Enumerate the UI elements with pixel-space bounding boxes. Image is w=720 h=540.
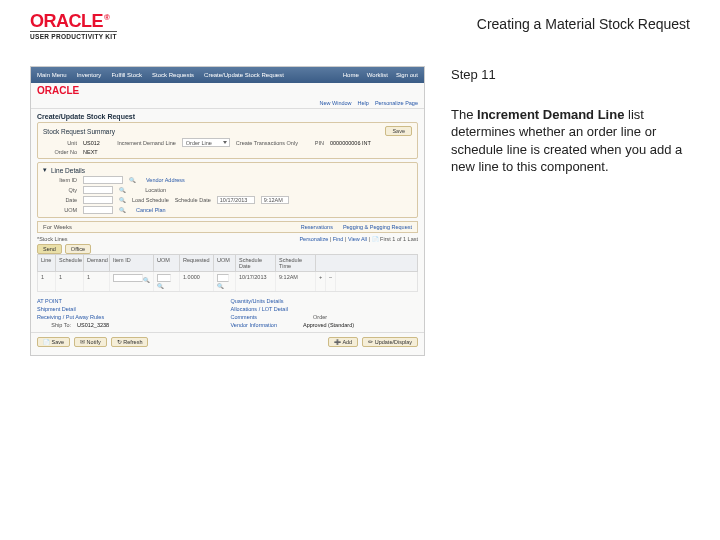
sched-time-input: 9:12AM (261, 196, 289, 204)
inst-bold: Increment Demand Line (477, 107, 624, 122)
increment-value: Order Line (186, 140, 212, 146)
sched-label: Schedule Date (175, 197, 211, 203)
grid-paging: First 1 of 1 Last (380, 236, 418, 242)
footer-save: Save (52, 339, 65, 345)
subhead-link: New Window (319, 100, 351, 106)
loc-label: Location (132, 187, 166, 193)
grid-row: 1 1 1 🔍 🔍 1.0000 🔍 10/17/2013 9:12AM + – (37, 272, 418, 292)
line-details-heading: Line Details (51, 167, 85, 174)
instructions-panel: Step 11 The Increment Demand Line list d… (451, 66, 690, 356)
nav-crumb: Inventory (77, 72, 102, 78)
pin-value: 0000000006 INT (330, 140, 371, 146)
topbar-link: Worklist (367, 72, 388, 78)
unit-value: US012 (83, 140, 100, 146)
order-label: Order No (43, 149, 77, 155)
qty-input (83, 186, 113, 194)
grid-header: Line Schedule Demand Item ID UOM Request… (37, 254, 418, 272)
order-lbl2: Order (293, 314, 327, 320)
nav-crumb: Fulfill Stock (111, 72, 142, 78)
inst-prefix: The (451, 107, 477, 122)
increment-demand-line-select[interactable]: Order Line (182, 138, 230, 147)
topbar-link: Sign out (396, 72, 418, 78)
uom-label: UOM (43, 207, 77, 213)
tabs-band: For Weeks Reservations Pegging & Pegging… (37, 221, 418, 233)
save-btn-small: Save (385, 126, 412, 136)
date-label: Date (43, 197, 77, 203)
load-label: Load Schedule (132, 197, 169, 203)
subhead-link: Help (358, 100, 369, 106)
footer-buttons: 📄 Save ✉ Notify ↻ Refresh ➕ Add ✏ Update… (31, 332, 424, 351)
lower-link: Quantity/Units Details (231, 298, 284, 304)
topbar-link: Home (343, 72, 359, 78)
grid-link: Personalize (299, 236, 328, 242)
link-reservations: Reservations (301, 224, 333, 230)
step-label: Step 11 (451, 66, 690, 84)
sched-input: 10/17/2013 (217, 196, 255, 204)
brand-logo: ORACLE® USER PRODUCTIVITY KIT (30, 12, 117, 40)
grid-tab-send: Send (37, 244, 62, 254)
order-value: NEXT (83, 149, 98, 155)
footer-notify: Notify (87, 339, 101, 345)
nav-crumb: Main Menu (37, 72, 67, 78)
grid-link: Find (333, 236, 344, 242)
app-brand: ORACLE (31, 83, 424, 98)
app-topbar: Main Menu Inventory Fulfill Stock Stock … (31, 67, 424, 83)
grid-tab-office: Office (65, 244, 91, 254)
footer-refresh: Refresh (123, 339, 142, 345)
app-screenshot: Main Menu Inventory Fulfill Stock Stock … (30, 66, 425, 356)
lower-link: Receiving / Put Away Rules (37, 314, 104, 320)
unit-label: Unit (43, 140, 77, 146)
uom-input (83, 206, 113, 214)
lower-link: AT POINT (37, 298, 62, 304)
lower-link: Shipment Detail (37, 306, 76, 312)
qty-label: Qty (43, 187, 77, 193)
lower-link: Vendor Information (231, 322, 277, 328)
date-input (83, 196, 113, 204)
item-input (83, 176, 123, 184)
page-title: Creating a Material Stock Request (477, 12, 690, 32)
subhead-link: Personalize Page (375, 100, 418, 106)
brand-text: ORACLE (30, 11, 103, 31)
app-breadcrumb: Create/Update Stock Request (37, 113, 418, 120)
pin-label: PIN (304, 140, 324, 146)
summary-heading: Stock Request Summary (43, 128, 115, 135)
increment-label: Increment Demand Line (106, 140, 176, 146)
grid-title: *Stock Lines (37, 236, 68, 242)
footer-update: Update/Display (375, 339, 412, 345)
summary-section: Stock Request Summary Save Unit US012 In… (37, 122, 418, 159)
item-label: Item ID (43, 177, 77, 183)
link-pegging: Pegging & Pegging Request (343, 224, 412, 230)
grid-link: View All (348, 236, 367, 242)
footer-add: Add (342, 339, 352, 345)
tab-weeks: For Weeks (43, 224, 72, 230)
nav-crumb: Stock Requests (152, 72, 194, 78)
mode-label: Create Transactions Only (236, 140, 298, 146)
instruction-text: The Increment Demand Line list determine… (451, 106, 690, 176)
lower-link: Comments (231, 314, 258, 320)
shipto-label: Ship To: (37, 322, 71, 328)
nav-crumb: Create/Update Stock Request (204, 72, 284, 78)
shipto-value: US012_3238 (77, 322, 109, 328)
status-value: Approved (Standard) (303, 322, 354, 328)
lower-link: Allocations / LOT Detail (231, 306, 288, 312)
brand-subtitle: USER PRODUCTIVITY KIT (30, 31, 117, 40)
line-details-section: ▾ Line Details Item ID 🔍 Vendor Address … (37, 162, 418, 218)
